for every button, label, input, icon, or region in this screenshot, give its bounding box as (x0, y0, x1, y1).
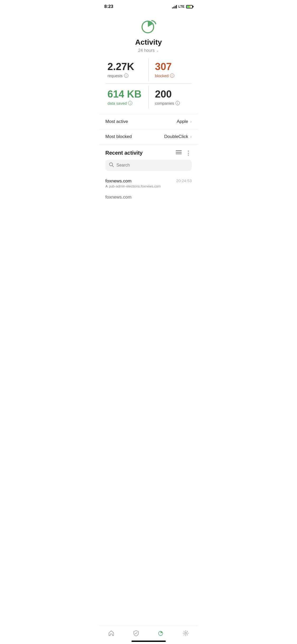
blocked-value: 307 (155, 61, 190, 72)
data-saved-label: data saved i (107, 101, 146, 105)
battery-icon: ⚡ (186, 5, 193, 8)
activity-item-2-left: foxnews.com (105, 195, 192, 199)
most-active-right: Apple › (177, 119, 192, 124)
section-actions: ⋮ (176, 150, 192, 157)
chevron-right-icon-2: › (190, 134, 192, 139)
blocked-stat: 307 blocked i (149, 58, 192, 81)
most-blocked-label: Most blocked (105, 134, 132, 139)
data-saved-stat: 614 KB data saved i (105, 86, 148, 109)
page-title: Activity (135, 38, 162, 47)
companies-value: 200 (155, 89, 190, 100)
activity-item-2[interactable]: foxnews.com (105, 191, 192, 199)
lte-label: LTE (178, 5, 185, 8)
most-active-value: Apple (177, 119, 188, 124)
requests-info-icon[interactable]: i (124, 73, 128, 78)
pie-chart-icon (139, 17, 158, 35)
activity-domain-2: foxnews.com (105, 195, 192, 199)
requests-stat: 2.27K requests i (105, 58, 148, 81)
search-icon (109, 162, 114, 168)
data-saved-info-icon[interactable]: i (128, 101, 132, 105)
status-bar: 8:23 LTE ⚡ (99, 0, 198, 12)
time-filter-button[interactable]: 24 hours ⌄ (138, 48, 159, 53)
search-bar[interactable] (105, 160, 192, 171)
search-input[interactable] (116, 163, 188, 168)
blocked-label: blocked i (155, 73, 190, 78)
recent-activity-header: Recent activity ⋮ (105, 144, 192, 160)
most-active-label: Most active (105, 119, 128, 124)
filter-icon[interactable] (176, 150, 182, 156)
most-blocked-row[interactable]: Most blocked DoubleClick › (105, 129, 192, 144)
chevron-down-icon: ⌄ (156, 49, 159, 52)
horizontal-divider (105, 83, 192, 84)
requests-label: requests i (107, 73, 146, 78)
activity-domain: foxnews.com (105, 178, 176, 184)
header-section: Activity 24 hours ⌄ (105, 17, 192, 53)
most-active-row[interactable]: Most active Apple › (105, 114, 192, 129)
most-blocked-right: DoubleClick › (164, 134, 192, 139)
status-time: 8:23 (104, 4, 113, 9)
most-blocked-value: DoubleClick (164, 134, 188, 139)
activity-item[interactable]: foxnews.com A pub-admin-elections.foxnew… (105, 175, 192, 191)
recent-activity-title: Recent activity (105, 150, 143, 156)
blocked-info-icon[interactable]: i (170, 73, 174, 78)
data-saved-value: 614 KB (107, 89, 146, 100)
time-filter-label: 24 hours (138, 48, 154, 53)
stats-grid: 2.27K requests i 307 blocked i 614 KB da… (105, 58, 192, 109)
activity-item-left: foxnews.com A pub-admin-elections.foxnew… (105, 178, 176, 188)
main-content: Activity 24 hours ⌄ 2.27K requests i 307… (99, 12, 198, 199)
activity-subdomain: A pub-admin-elections.foxnews.com (105, 184, 176, 188)
signal-bars-icon (172, 5, 177, 8)
status-icons: LTE ⚡ (172, 5, 193, 8)
companies-stat: 200 companies i (149, 86, 192, 109)
companies-label: companies i (155, 101, 190, 105)
activity-time: 20:24:53 (176, 178, 192, 183)
chevron-right-icon: › (190, 119, 192, 124)
requests-value: 2.27K (107, 61, 146, 72)
svg-line-5 (112, 165, 114, 167)
more-options-icon[interactable]: ⋮ (185, 150, 192, 157)
companies-info-icon[interactable]: i (176, 101, 180, 105)
